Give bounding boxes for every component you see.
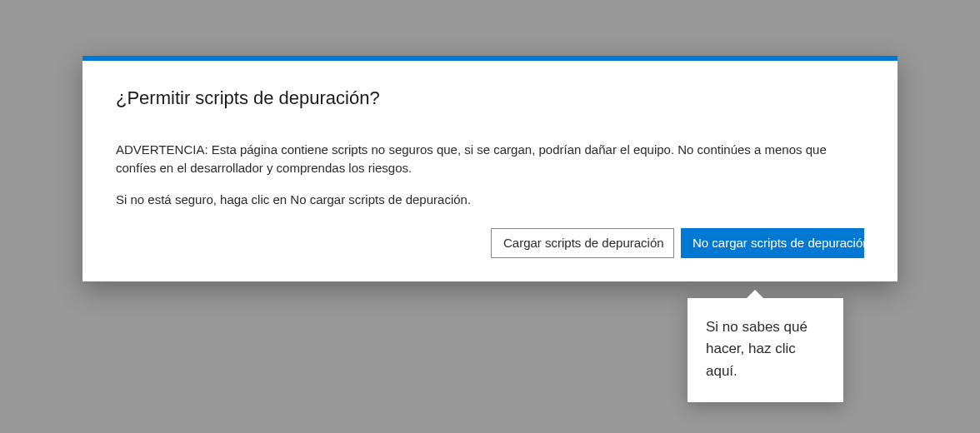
tooltip-text: Si no sabes qué hacer, haz clic aquí. bbox=[706, 319, 808, 379]
dialog-body: ADVERTENCIA: Esta página contiene script… bbox=[116, 141, 864, 208]
dialog-content: ¿Permitir scripts de depuración? ADVERTE… bbox=[82, 61, 898, 281]
dialog-actions: Cargar scripts de depuración No cargar s… bbox=[116, 228, 864, 258]
dont-load-debug-scripts-button[interactable]: No cargar scripts de depuración bbox=[681, 228, 864, 258]
dialog-title: ¿Permitir scripts de depuración? bbox=[116, 87, 864, 109]
recommendation-tooltip: Si no sabes qué hacer, haz clic aquí. bbox=[688, 298, 843, 402]
dialog-hint-text: Si no está seguro, haga clic en No carga… bbox=[116, 191, 864, 209]
allow-debug-scripts-dialog: ¿Permitir scripts de depuración? ADVERTE… bbox=[82, 56, 898, 281]
dialog-warning-text: ADVERTENCIA: Esta página contiene script… bbox=[116, 141, 864, 177]
load-debug-scripts-button[interactable]: Cargar scripts de depuración bbox=[491, 228, 674, 258]
